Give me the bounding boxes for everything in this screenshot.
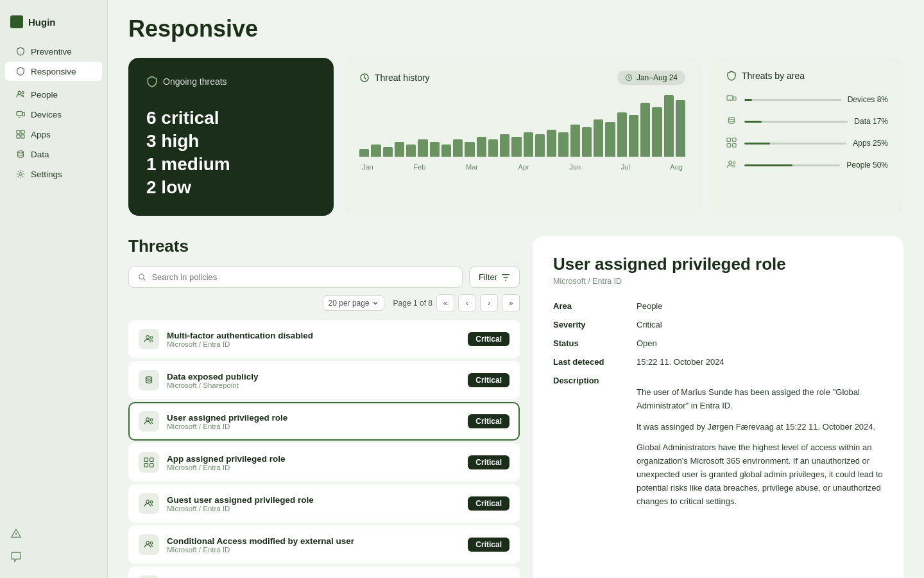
per-page-select[interactable]: 20 per page	[323, 295, 384, 311]
sidebar-item-devices[interactable]: Devices	[5, 105, 102, 124]
chart-bar	[535, 134, 545, 157]
threat-list-item[interactable]: Guest user assigned privileged role Micr…	[128, 484, 520, 523]
main-content: Responsive Ongoing threats 6 critical 3 …	[108, 0, 924, 578]
date-range-badge[interactable]: Jan–Aug 24	[617, 71, 685, 85]
ongoing-threats-title: Ongoing threats	[163, 76, 227, 87]
svg-point-26	[150, 419, 153, 421]
svg-point-34	[150, 542, 153, 545]
svg-rect-17	[727, 144, 731, 148]
area-bar-apps	[744, 143, 846, 144]
svg-rect-30	[150, 464, 154, 468]
threats-list: Multi-factor authentication disabled Mic…	[128, 320, 520, 578]
settings-icon	[15, 169, 26, 179]
sidebar-item-people[interactable]: People	[5, 85, 102, 104]
svg-point-20	[733, 162, 735, 164]
chart-bar	[395, 142, 404, 157]
threat-item-name: Guest user assigned privileged role	[167, 495, 460, 505]
svg-rect-3	[22, 112, 25, 116]
threat-list-item[interactable]: App assigned privileged role Microsoft /…	[128, 443, 520, 482]
page-info: Page 1 of 8	[393, 299, 432, 308]
threat-item-icon	[139, 452, 159, 473]
first-page-button[interactable]: «	[436, 294, 454, 312]
threat-history-chart	[359, 95, 685, 159]
chart-bar	[664, 95, 674, 157]
svg-point-31	[146, 500, 150, 504]
svg-rect-5	[21, 130, 24, 134]
threat-item-icon	[139, 575, 159, 578]
svg-point-23	[150, 337, 153, 339]
threat-list-item[interactable]: Data exposed publicly Microsoft / Sharep…	[128, 361, 520, 399]
prev-page-button[interactable]: ‹	[458, 294, 476, 312]
apps-icon	[15, 129, 26, 139]
detail-sub: Microsoft / Entra ID	[553, 277, 883, 286]
app-logo[interactable]: Hugin	[0, 10, 107, 41]
threat-list-item[interactable]: CoPilot enabled Microsoft / Admin High	[128, 566, 520, 578]
sidebar-item-data[interactable]: Data	[5, 144, 102, 164]
sidebar-item-apps[interactable]: Apps	[5, 125, 102, 144]
sidebar-item-preventive[interactable]: Preventive	[5, 42, 102, 61]
chart-bar	[465, 142, 474, 157]
svg-rect-4	[17, 130, 20, 134]
filter-button[interactable]: Filter	[469, 267, 520, 288]
desc2: It was assinged by Jørgen Færevaag at 15…	[637, 421, 883, 434]
chart-bar	[477, 137, 486, 157]
threat-item-icon	[139, 329, 159, 349]
threat-item-info: Data exposed publicly Microsoft / Sharep…	[167, 372, 460, 389]
area-bar-people	[744, 164, 840, 166]
sidebar-item-label-apps: Apps	[31, 130, 51, 139]
chat-button[interactable]	[0, 546, 107, 568]
next-page-button[interactable]: ›	[480, 294, 498, 312]
severity-badge: Critical	[468, 455, 509, 469]
threat-list-item[interactable]: Multi-factor authentication disabled Mic…	[128, 320, 520, 358]
sidebar-item-label-settings: Settings	[31, 170, 62, 179]
logo-icon	[10, 15, 23, 28]
threat-item-name: User assigned privileged role	[167, 413, 460, 423]
chart-bar	[582, 127, 592, 157]
severity-badge: Critical	[468, 332, 509, 346]
sidebar: Hugin Preventive Responsive People	[0, 0, 108, 578]
sidebar-bottom	[0, 523, 107, 568]
chart-bar	[676, 100, 685, 157]
sidebar-item-label-people: People	[31, 90, 58, 100]
chart-bar	[558, 132, 568, 157]
search-box[interactable]	[128, 267, 463, 288]
threat-item-info: App assigned privileged role Microsoft /…	[167, 454, 460, 471]
threats-section: Threats Filter 20 per page	[128, 236, 903, 578]
high-count: 3 high	[146, 131, 316, 152]
svg-point-1	[22, 92, 24, 94]
last-page-button[interactable]: »	[502, 294, 520, 312]
threat-stats: 6 critical 3 high 1 medium 2 low	[146, 108, 316, 198]
sidebar-item-responsive[interactable]: Responsive	[5, 62, 102, 81]
chart-bar	[371, 144, 381, 157]
sidebar-item-label-responsive: Responsive	[31, 67, 76, 76]
summary-cards: Ongoing threats 6 critical 3 high 1 medi…	[128, 58, 903, 216]
sidebar-item-settings[interactable]: Settings	[5, 164, 102, 184]
alert-button[interactable]	[0, 523, 107, 545]
svg-rect-15	[727, 138, 731, 142]
svg-rect-27	[144, 458, 148, 462]
threat-item-info: Guest user assigned privileged role Micr…	[167, 495, 460, 512]
threat-item-sub: Microsoft / Sharepoint	[167, 381, 460, 389]
threat-item-info: Conditional Access modified by external …	[167, 536, 460, 554]
threat-item-sub: Microsoft / Entra ID	[167, 423, 460, 430]
page-title: Responsive	[128, 15, 903, 42]
threat-item-name: Multi-factor authentication disabled	[167, 331, 460, 340]
area-item-devices: Devices 8%	[726, 94, 888, 105]
svg-rect-2	[17, 112, 22, 116]
search-input[interactable]	[151, 272, 453, 282]
medium-count: 1 medium	[146, 154, 316, 175]
nav-section-2: People Devices Apps Data Settings	[0, 84, 107, 184]
threat-history-header: Threat history Jan–Aug 24	[359, 71, 685, 85]
threat-item-sub: Microsoft / Entra ID	[167, 340, 460, 348]
sidebar-item-label-preventive: Preventive	[31, 47, 72, 57]
chart-bar	[629, 115, 638, 157]
area-people-icon	[726, 159, 738, 171]
detail-fields: Area People Severity Critical Status Ope…	[553, 301, 883, 508]
svg-point-8	[18, 151, 24, 153]
chart-bar	[359, 149, 369, 157]
threat-item-sub: Microsoft / Entra ID	[167, 546, 460, 554]
threat-item-icon	[139, 534, 159, 555]
svg-point-32	[150, 501, 153, 504]
threat-list-item[interactable]: User assigned privileged role Microsoft …	[128, 402, 520, 441]
threat-list-item[interactable]: Conditional Access modified by external …	[128, 525, 520, 564]
